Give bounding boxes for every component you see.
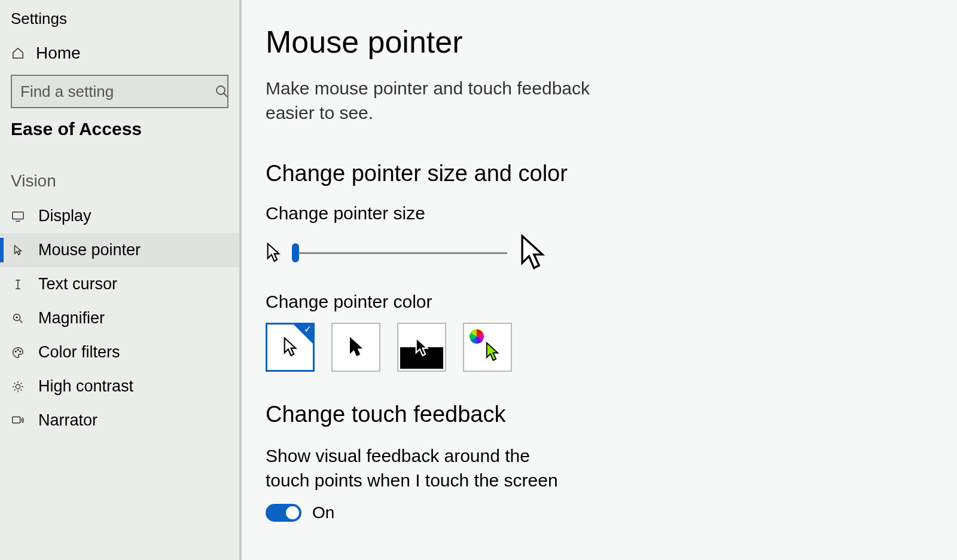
- svg-point-10: [17, 349, 19, 350]
- main-content: Mouse pointer Make mouse pointer and tou…: [242, 0, 957, 560]
- cursor-black-icon: [348, 337, 364, 357]
- sidebar-item-narrator[interactable]: Narrator: [0, 403, 239, 437]
- pointer-color-black[interactable]: [331, 323, 380, 372]
- monitor-icon: [11, 210, 25, 223]
- search-wrap: [0, 68, 239, 114]
- toggle-state-label: On: [312, 503, 334, 522]
- pointer-color-label: Change pointer color: [266, 292, 921, 312]
- svg-point-0: [217, 86, 225, 94]
- home-icon: [11, 47, 25, 60]
- group-label-vision: Vision: [0, 151, 239, 199]
- category-title: Ease of Access: [0, 114, 239, 151]
- color-wheel-icon: [469, 329, 484, 344]
- svg-line-18: [21, 389, 22, 390]
- pointer-color-custom[interactable]: [463, 323, 512, 372]
- svg-point-11: [20, 351, 21, 352]
- pointer-size-row: [266, 234, 921, 271]
- search-field[interactable]: [20, 82, 215, 101]
- sidebar-item-magnifier[interactable]: Magnifier: [0, 301, 239, 335]
- sun-icon: [11, 380, 25, 393]
- sidebar-item-high-contrast[interactable]: High contrast: [0, 369, 239, 403]
- mouse-pointer-icon: [11, 244, 25, 257]
- sidebar-item-label: Display: [38, 207, 92, 225]
- search-icon: [215, 84, 229, 99]
- cursor-small-icon: [266, 243, 281, 263]
- svg-point-9: [15, 351, 16, 352]
- sidebar-item-label: Magnifier: [38, 309, 105, 328]
- svg-point-12: [16, 384, 20, 388]
- home-label: Home: [36, 44, 81, 63]
- check-icon: [294, 325, 313, 344]
- svg-line-8: [20, 320, 23, 323]
- sidebar-item-home[interactable]: Home: [0, 39, 239, 68]
- page-title: Mouse pointer: [266, 24, 921, 60]
- cursor-custom-icon: [484, 342, 500, 362]
- touch-feedback-toggle-row: On: [266, 503, 921, 522]
- slider-track: [292, 252, 507, 254]
- svg-rect-2: [13, 212, 23, 219]
- cursor-large-icon: [518, 234, 547, 271]
- svg-line-17: [14, 382, 16, 384]
- toggle-knob: [286, 506, 299, 519]
- pointer-color-inverted[interactable]: [397, 323, 446, 372]
- touch-feedback-label: Show visual feedback around the touch po…: [266, 444, 577, 492]
- pointer-color-white[interactable]: [266, 323, 315, 372]
- sidebar-item-display[interactable]: Display: [0, 199, 239, 233]
- svg-line-20: [21, 382, 22, 384]
- app-title: Settings: [0, 6, 239, 39]
- sidebar-item-color-filters[interactable]: Color filters: [0, 335, 239, 369]
- settings-window: Settings Home Ease of Access Vision Disp…: [0, 0, 957, 560]
- sidebar-item-text-cursor[interactable]: Text cursor: [0, 267, 239, 301]
- narrator-icon: [11, 414, 25, 427]
- section-size-color: Change pointer size and color: [266, 161, 921, 186]
- section-touch-feedback: Change touch feedback: [266, 402, 921, 427]
- search-input[interactable]: [11, 75, 228, 108]
- page-subtitle: Make mouse pointer and touch feedback ea…: [266, 76, 601, 125]
- slider-thumb[interactable]: [292, 243, 299, 262]
- cursor-inverted-icon: [414, 337, 429, 357]
- touch-feedback-toggle[interactable]: [266, 504, 301, 522]
- sidebar-item-label: Color filters: [38, 343, 120, 362]
- pointer-color-options: [266, 323, 921, 372]
- palette-icon: [11, 346, 25, 359]
- sidebar-item-label: High contrast: [38, 377, 133, 396]
- svg-rect-21: [13, 417, 20, 423]
- pointer-size-slider[interactable]: [292, 241, 507, 265]
- sidebar-item-label: Narrator: [38, 411, 97, 430]
- text-cursor-icon: [11, 278, 25, 291]
- svg-line-19: [14, 389, 16, 390]
- sidebar: Settings Home Ease of Access Vision Disp…: [0, 0, 242, 560]
- pointer-size-label: Change pointer size: [266, 203, 921, 224]
- sidebar-item-label: Text cursor: [38, 275, 117, 293]
- sidebar-item-label: Mouse pointer: [38, 241, 141, 259]
- sidebar-item-mouse-pointer[interactable]: Mouse pointer: [0, 233, 239, 267]
- magnifier-icon: [11, 312, 25, 325]
- svg-line-1: [224, 93, 227, 97]
